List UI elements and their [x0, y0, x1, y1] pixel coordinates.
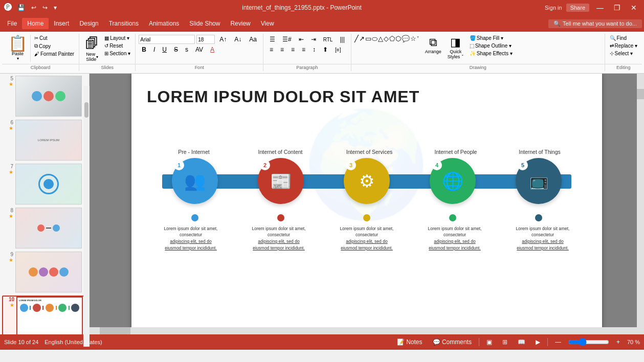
drawing-group-body: ╱ ↗ ▭ ⬭ △ ◇ ⬠ ⬡ 💬 ☆ ▾ ⧉ Arrange	[354, 35, 602, 60]
stage-descriptions: Lorem ipsum dolor sit amet, consectetur …	[131, 225, 602, 252]
slide-thumb-5[interactable]: 5 ★	[2, 76, 87, 117]
indent-inc-button[interactable]: ⇥	[308, 35, 319, 44]
indent-dec-button[interactable]: ⇤	[296, 35, 307, 44]
share-button[interactable]: Share	[566, 4, 589, 12]
select-button[interactable]: ⊹ Select ▾	[608, 50, 639, 57]
bullets-button[interactable]: ☰	[267, 35, 278, 44]
font-grow-button[interactable]: A↑	[216, 35, 230, 44]
clear-format-button[interactable]: Aa	[246, 35, 260, 44]
slide-thumb-10[interactable]: 10 ★ LOREM IPSUM DOLOR	[2, 296, 87, 334]
panel-scrollbar-thumb[interactable]	[84, 102, 88, 118]
columns-button[interactable]: |||	[337, 35, 347, 44]
canvas-scrollbar-horizontal[interactable]	[90, 327, 637, 334]
bold-button[interactable]: B	[139, 45, 149, 54]
font-color-button[interactable]: A	[207, 45, 217, 54]
align-left-button[interactable]: ≡	[267, 45, 276, 54]
shape-fill-button[interactable]: 🪣 Shape Fill ▾	[468, 35, 514, 41]
smart-art-button[interactable]: [≡]	[332, 46, 344, 54]
cut-button[interactable]: ✂ Cut	[33, 35, 76, 41]
shapes-more-icon[interactable]: ▾	[417, 35, 419, 43]
rtl-button[interactable]: RTL	[320, 36, 336, 43]
slide-thumb-8[interactable]: 8 ★	[2, 208, 87, 248]
menu-slideshow[interactable]: Slide Show	[184, 18, 225, 29]
quick-styles-button[interactable]: ◨ QuickStyles ˅	[446, 35, 466, 60]
text-direction-button[interactable]: ⬆	[320, 45, 331, 54]
menu-insert[interactable]: Insert	[49, 18, 74, 29]
notes-button[interactable]: 📝 Notes	[394, 337, 426, 347]
shape-effects-button[interactable]: ✨ Shape Effects ▾	[468, 50, 514, 57]
shape-hex-icon[interactable]: ⬡	[395, 35, 401, 43]
slide-thumb-7[interactable]: 7 ★	[2, 164, 87, 205]
reset-button[interactable]: ↺ Reset	[103, 42, 132, 49]
shape-callout-icon[interactable]: 💬	[402, 35, 410, 43]
font-size-input[interactable]	[196, 35, 215, 44]
menu-design[interactable]: Design	[74, 18, 103, 29]
menu-animations[interactable]: Animations	[144, 18, 184, 29]
canvas-scrollbar-vertical[interactable]	[637, 74, 644, 334]
strikethrough-button[interactable]: S	[171, 45, 181, 54]
slide-canvas[interactable]: LOREM IPSUM DOLOR SIT AMET Pre - Interne…	[131, 74, 602, 334]
align-center-button[interactable]: ≡	[277, 45, 287, 54]
stage-label-4: Internet of People	[430, 149, 481, 155]
underline-button[interactable]: U	[159, 45, 170, 54]
zoom-slider[interactable]	[568, 338, 609, 346]
menu-review[interactable]: Review	[225, 18, 255, 29]
shape-oval-icon[interactable]: ⬭	[372, 35, 377, 43]
shape-pentagon-icon[interactable]: ⬠	[389, 35, 395, 43]
menu-home[interactable]: Home	[22, 18, 49, 29]
italic-button[interactable]: I	[150, 45, 158, 54]
slide-thumb-6[interactable]: 6 ★ LOREM IPSUM	[2, 120, 87, 161]
tell-me-search[interactable]: 🔍 Tell me what you want to do...	[548, 19, 642, 28]
stage-icon-1: 👥	[184, 171, 206, 191]
canvas-scrollbar-thumb-h[interactable]	[100, 327, 130, 334]
format-painter-button[interactable]: 🖌 Format Painter	[33, 51, 76, 57]
quick-access-toolbar: 💾 ↩ ↪ ▾	[15, 3, 59, 12]
menu-view[interactable]: View	[256, 18, 279, 29]
canvas-scrollbar-thumb-v[interactable]	[637, 89, 644, 99]
spacing-button[interactable]: AV	[192, 45, 206, 54]
shape-rect-icon[interactable]: ▭	[365, 35, 371, 43]
shadow-button[interactable]: s	[182, 45, 191, 54]
shape-outline-button[interactable]: ⬚ Shape Outline ▾	[468, 42, 514, 49]
font-shrink-button[interactable]: A↓	[231, 35, 245, 44]
layout-button[interactable]: ▦ Layout ▾	[103, 35, 132, 41]
menu-file[interactable]: File	[2, 18, 22, 29]
sign-in-button[interactable]: Sign in	[545, 5, 562, 11]
close-button[interactable]: ✕	[628, 3, 640, 13]
zoom-out-button[interactable]: —	[552, 337, 564, 347]
customize-icon[interactable]: ▾	[52, 3, 59, 12]
slide-thumb-9[interactable]: 9 ★	[2, 252, 87, 292]
section-button[interactable]: ⊞ Section ▾	[103, 50, 132, 57]
menu-transitions[interactable]: Transitions	[104, 18, 144, 29]
comments-button[interactable]: 💬 Comments	[430, 337, 475, 347]
arrange-button[interactable]: ⧉ Arrange	[423, 35, 443, 55]
undo-icon[interactable]: ↩	[29, 3, 38, 12]
redo-icon[interactable]: ↪	[40, 3, 50, 12]
shape-diamond-icon[interactable]: ◇	[384, 35, 389, 43]
copy-button[interactable]: ⧉ Copy	[33, 42, 76, 50]
justify-button[interactable]: ≡	[299, 45, 308, 54]
align-right-button[interactable]: ≡	[288, 45, 298, 54]
slides-group-body: 🗐 NewSlide ▾ ▦ Layout ▾ ↺ Reset ⊞ Sectio…	[82, 35, 132, 63]
find-button[interactable]: 🔍 Find	[608, 35, 639, 41]
slideshow-button[interactable]: ▶	[532, 337, 543, 347]
line-spacing-button[interactable]: ↕	[309, 45, 319, 54]
save-icon[interactable]: 💾	[15, 3, 27, 12]
new-slide-button[interactable]: 🗐 NewSlide ▾	[82, 35, 102, 63]
paste-button[interactable]: 📋 Paste ▾	[5, 35, 31, 62]
shape-line-icon[interactable]: ╱	[354, 35, 359, 43]
zoom-in-button[interactable]: +	[613, 337, 623, 347]
slide-sorter-button[interactable]: ⊞	[499, 337, 510, 347]
shape-arrow-icon[interactable]: ↗	[359, 35, 365, 43]
font-name-input[interactable]	[139, 35, 195, 44]
replace-button[interactable]: ⇄ Replace ▾	[608, 42, 639, 49]
reading-view-button[interactable]: 📖	[515, 337, 528, 347]
shape-star-icon[interactable]: ☆	[410, 35, 416, 43]
stage-1: 1 👥	[172, 158, 218, 204]
maximize-button[interactable]: ❐	[611, 3, 624, 13]
panel-scrollbar[interactable]	[83, 86, 90, 347]
shape-triangle-icon[interactable]: △	[378, 35, 383, 43]
minimize-button[interactable]: —	[593, 3, 607, 13]
normal-view-button[interactable]: ▣	[483, 337, 495, 347]
num-bullets-button[interactable]: ☰#	[279, 35, 295, 44]
